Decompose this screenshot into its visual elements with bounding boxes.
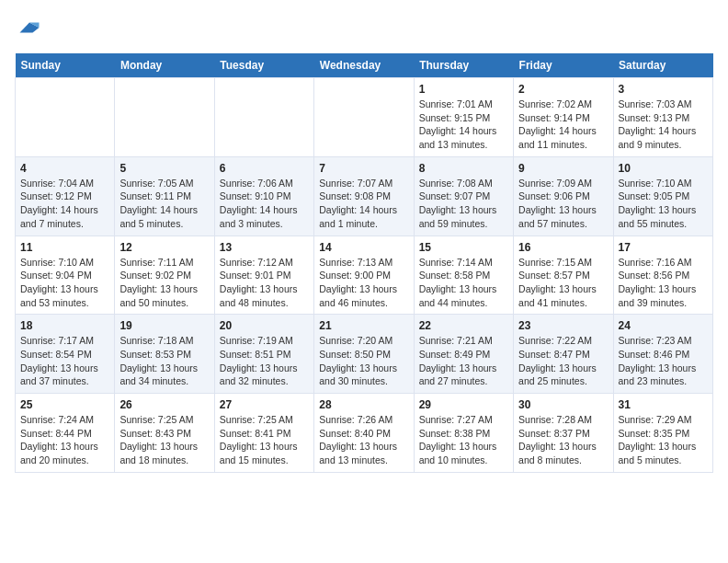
day-number: 20: [220, 319, 309, 332]
day-detail: Sunrise: 7:08 AMSunset: 9:07 PMDaylight:…: [419, 177, 508, 231]
calendar-cell: 14Sunrise: 7:13 AMSunset: 9:00 PMDayligh…: [314, 236, 414, 315]
day-number: 14: [319, 241, 408, 254]
calendar-cell: 25Sunrise: 7:24 AMSunset: 8:44 PMDayligh…: [16, 394, 115, 473]
day-number: 13: [220, 241, 309, 254]
day-detail: Sunrise: 7:25 AMSunset: 8:41 PMDaylight:…: [220, 413, 309, 467]
calendar-cell: 17Sunrise: 7:16 AMSunset: 8:56 PMDayligh…: [613, 236, 712, 315]
calendar-cell: [314, 78, 414, 157]
day-number: 22: [419, 319, 508, 332]
day-number: 25: [20, 398, 109, 411]
calendar-week-row: 25Sunrise: 7:24 AMSunset: 8:44 PMDayligh…: [16, 394, 713, 473]
day-number: 28: [319, 398, 408, 411]
day-number: 1: [419, 83, 508, 96]
day-detail: Sunrise: 7:21 AMSunset: 8:49 PMDaylight:…: [419, 334, 508, 388]
calendar-cell: 31Sunrise: 7:29 AMSunset: 8:35 PMDayligh…: [613, 394, 712, 473]
day-number: 10: [619, 162, 708, 175]
calendar-cell: 29Sunrise: 7:27 AMSunset: 8:38 PMDayligh…: [414, 394, 513, 473]
day-detail: Sunrise: 7:25 AMSunset: 8:43 PMDaylight:…: [119, 413, 209, 467]
calendar-cell: 3Sunrise: 7:03 AMSunset: 9:13 PMDaylight…: [613, 78, 712, 157]
weekday-header-tuesday: Tuesday: [214, 53, 313, 78]
day-number: 18: [20, 319, 109, 332]
calendar-cell: [115, 78, 214, 157]
calendar-cell: 26Sunrise: 7:25 AMSunset: 8:43 PMDayligh…: [115, 394, 214, 473]
day-detail: Sunrise: 7:04 AMSunset: 9:12 PMDaylight:…: [20, 177, 109, 231]
calendar-cell: 9Sunrise: 7:09 AMSunset: 9:06 PMDaylight…: [514, 156, 613, 236]
calendar-cell: 15Sunrise: 7:14 AMSunset: 8:58 PMDayligh…: [414, 236, 513, 315]
logo-icon: [17, 15, 42, 40]
calendar-cell: 18Sunrise: 7:17 AMSunset: 8:54 PMDayligh…: [16, 315, 115, 394]
calendar-cell: 2Sunrise: 7:02 AMSunset: 9:14 PMDaylight…: [514, 78, 613, 157]
calendar-cell: 13Sunrise: 7:12 AMSunset: 9:01 PMDayligh…: [214, 236, 313, 315]
day-number: 3: [619, 83, 708, 96]
day-detail: Sunrise: 7:05 AMSunset: 9:11 PMDaylight:…: [119, 177, 209, 231]
calendar-cell: 23Sunrise: 7:22 AMSunset: 8:47 PMDayligh…: [514, 315, 613, 394]
day-number: 19: [119, 319, 209, 332]
day-detail: Sunrise: 7:16 AMSunset: 8:56 PMDaylight:…: [619, 256, 708, 310]
calendar-cell: 1Sunrise: 7:01 AMSunset: 9:15 PMDaylight…: [414, 78, 513, 157]
day-number: 5: [119, 162, 209, 175]
day-detail: Sunrise: 7:24 AMSunset: 8:44 PMDaylight:…: [20, 413, 109, 467]
calendar-cell: 6Sunrise: 7:06 AMSunset: 9:10 PMDaylight…: [214, 156, 313, 236]
day-number: 16: [518, 241, 608, 254]
calendar-table: SundayMondayTuesdayWednesdayThursdayFrid…: [15, 53, 713, 473]
day-number: 26: [119, 398, 209, 411]
day-detail: Sunrise: 7:07 AMSunset: 9:08 PMDaylight:…: [319, 177, 408, 231]
calendar-cell: 24Sunrise: 7:23 AMSunset: 8:46 PMDayligh…: [613, 315, 712, 394]
calendar-cell: 21Sunrise: 7:20 AMSunset: 8:50 PMDayligh…: [314, 315, 414, 394]
day-number: 30: [518, 398, 608, 411]
day-detail: Sunrise: 7:20 AMSunset: 8:50 PMDaylight:…: [319, 334, 408, 388]
logo: [15, 15, 42, 44]
day-number: 6: [220, 162, 309, 175]
day-number: 27: [220, 398, 309, 411]
day-detail: Sunrise: 7:02 AMSunset: 9:14 PMDaylight:…: [518, 98, 608, 152]
page-header: [15, 15, 713, 44]
day-detail: Sunrise: 7:29 AMSunset: 8:35 PMDaylight:…: [619, 413, 708, 467]
calendar-cell: 20Sunrise: 7:19 AMSunset: 8:51 PMDayligh…: [214, 315, 313, 394]
calendar-cell: 19Sunrise: 7:18 AMSunset: 8:53 PMDayligh…: [115, 315, 214, 394]
day-number: 29: [419, 398, 508, 411]
day-detail: Sunrise: 7:10 AMSunset: 9:05 PMDaylight:…: [619, 177, 708, 231]
day-detail: Sunrise: 7:01 AMSunset: 9:15 PMDaylight:…: [419, 98, 508, 152]
day-number: 2: [518, 83, 608, 96]
day-detail: Sunrise: 7:27 AMSunset: 8:38 PMDaylight:…: [419, 413, 508, 467]
calendar-week-row: 11Sunrise: 7:10 AMSunset: 9:04 PMDayligh…: [16, 236, 713, 315]
calendar-cell: 4Sunrise: 7:04 AMSunset: 9:12 PMDaylight…: [16, 156, 115, 236]
day-detail: Sunrise: 7:15 AMSunset: 8:57 PMDaylight:…: [518, 256, 608, 310]
day-number: 23: [518, 319, 608, 332]
day-number: 9: [518, 162, 608, 175]
weekday-header-wednesday: Wednesday: [314, 53, 414, 78]
day-number: 7: [319, 162, 408, 175]
day-detail: Sunrise: 7:06 AMSunset: 9:10 PMDaylight:…: [220, 177, 309, 231]
calendar-cell: 11Sunrise: 7:10 AMSunset: 9:04 PMDayligh…: [16, 236, 115, 315]
calendar-cell: 12Sunrise: 7:11 AMSunset: 9:02 PMDayligh…: [115, 236, 214, 315]
weekday-header-saturday: Saturday: [613, 53, 712, 78]
day-number: 12: [119, 241, 209, 254]
day-detail: Sunrise: 7:03 AMSunset: 9:13 PMDaylight:…: [619, 98, 708, 152]
day-number: 15: [419, 241, 508, 254]
weekday-header-sunday: Sunday: [16, 53, 115, 78]
calendar-cell: 5Sunrise: 7:05 AMSunset: 9:11 PMDaylight…: [115, 156, 214, 236]
weekday-header-thursday: Thursday: [414, 53, 513, 78]
weekday-header-friday: Friday: [514, 53, 613, 78]
calendar-week-row: 1Sunrise: 7:01 AMSunset: 9:15 PMDaylight…: [16, 78, 713, 157]
day-detail: Sunrise: 7:17 AMSunset: 8:54 PMDaylight:…: [20, 334, 109, 388]
day-detail: Sunrise: 7:10 AMSunset: 9:04 PMDaylight:…: [20, 256, 109, 310]
day-number: 4: [20, 162, 109, 175]
calendar-cell: [16, 78, 115, 157]
calendar-cell: 7Sunrise: 7:07 AMSunset: 9:08 PMDaylight…: [314, 156, 414, 236]
day-detail: Sunrise: 7:23 AMSunset: 8:46 PMDaylight:…: [619, 334, 708, 388]
day-detail: Sunrise: 7:22 AMSunset: 8:47 PMDaylight:…: [518, 334, 608, 388]
day-number: 31: [619, 398, 708, 411]
day-detail: Sunrise: 7:19 AMSunset: 8:51 PMDaylight:…: [220, 334, 309, 388]
day-number: 11: [20, 241, 109, 254]
calendar-cell: 16Sunrise: 7:15 AMSunset: 8:57 PMDayligh…: [514, 236, 613, 315]
calendar-cell: 28Sunrise: 7:26 AMSunset: 8:40 PMDayligh…: [314, 394, 414, 473]
calendar-cell: 27Sunrise: 7:25 AMSunset: 8:41 PMDayligh…: [214, 394, 313, 473]
calendar-week-row: 18Sunrise: 7:17 AMSunset: 8:54 PMDayligh…: [16, 315, 713, 394]
calendar-week-row: 4Sunrise: 7:04 AMSunset: 9:12 PMDaylight…: [16, 156, 713, 236]
calendar-cell: 10Sunrise: 7:10 AMSunset: 9:05 PMDayligh…: [613, 156, 712, 236]
day-number: 17: [619, 241, 708, 254]
day-detail: Sunrise: 7:12 AMSunset: 9:01 PMDaylight:…: [220, 256, 309, 310]
day-number: 24: [619, 319, 708, 332]
day-number: 8: [419, 162, 508, 175]
